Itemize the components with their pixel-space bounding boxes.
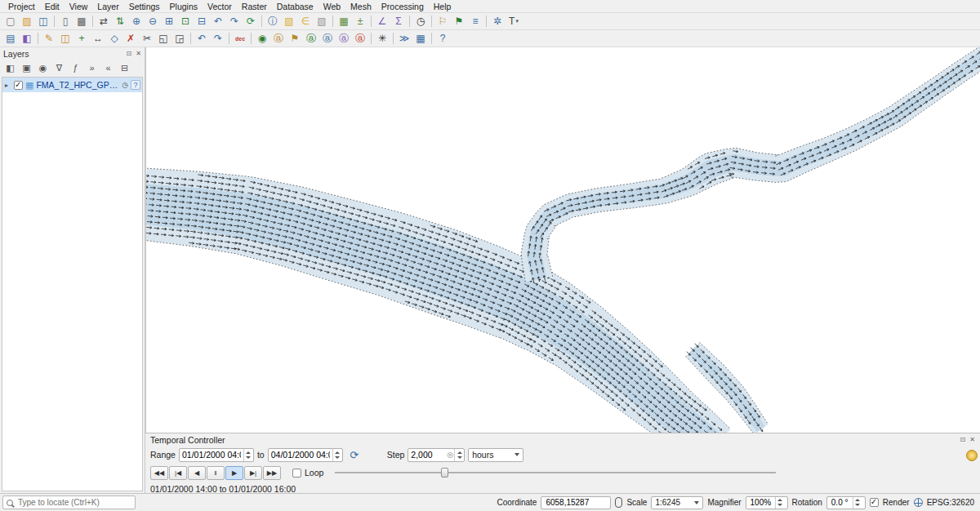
float-panel-icon[interactable]: ⊡ xyxy=(127,50,132,57)
remove-layer-icon[interactable]: ⊟ xyxy=(117,61,132,75)
rotation-input[interactable] xyxy=(830,497,853,508)
loop-checkbox[interactable] xyxy=(292,469,301,478)
crs-globe-icon[interactable] xyxy=(914,498,923,507)
zoom-next-icon[interactable]: ↷ xyxy=(226,14,243,29)
move-feature-icon[interactable]: ↔ xyxy=(90,31,106,47)
select-features-icon[interactable]: ▧ xyxy=(281,14,297,29)
time-slider[interactable] xyxy=(335,466,776,479)
label-show-labels-icon[interactable]: ⓐ xyxy=(270,31,287,47)
layer-row[interactable]: ▸ ▦ FMA_T2_HPC_GPU_PU1_10 ◷ ? xyxy=(2,78,142,92)
pan-to-selection-icon[interactable]: ⇅ xyxy=(112,14,128,29)
menu-plugins[interactable]: Plugins xyxy=(165,1,203,12)
step-unit-combo[interactable]: hours xyxy=(468,448,523,462)
menu-database[interactable]: Database xyxy=(272,1,318,12)
temporal-controller-toggle-icon[interactable]: ◷ xyxy=(412,14,429,29)
label-highlight-icon[interactable]: ⓐ xyxy=(303,31,319,47)
mesh-calculator-icon[interactable]: ▦ xyxy=(412,31,429,47)
python-console-icon[interactable]: ≫ xyxy=(396,31,412,47)
menu-mesh[interactable]: Mesh xyxy=(345,1,376,12)
slider-handle[interactable] xyxy=(441,468,448,478)
scale-combo[interactable]: 1:6245 xyxy=(651,496,703,509)
expander-icon[interactable]: ▸ xyxy=(5,82,11,89)
fast-rewind-button[interactable]: ◀◀ xyxy=(150,466,168,480)
new-project-icon[interactable]: ▢ xyxy=(2,14,19,29)
osm-place-search-icon[interactable]: ◉ xyxy=(254,31,270,47)
menu-raster[interactable]: Raster xyxy=(237,1,272,12)
filter-by-expression-icon[interactable]: ƒ xyxy=(68,61,83,75)
range-start-input[interactable] xyxy=(180,450,243,460)
help-contents-icon[interactable]: ? xyxy=(434,31,451,47)
step-input[interactable] xyxy=(408,450,446,460)
close-panel-icon[interactable]: ✕ xyxy=(136,50,141,57)
field-calculator-icon[interactable]: ± xyxy=(352,14,368,29)
text-annotation-icon[interactable]: T▾ xyxy=(506,14,522,29)
zoom-to-selection-icon[interactable]: ⊡ xyxy=(177,14,194,29)
statistical-summary-icon[interactable]: Σ xyxy=(390,14,407,29)
menu-layer[interactable]: Layer xyxy=(92,1,123,12)
cut-features-icon[interactable]: ✂ xyxy=(139,31,155,47)
label-change-icon[interactable]: ⓐ xyxy=(352,31,368,47)
refresh-range-icon[interactable]: ⟳ xyxy=(346,447,363,462)
pan-map-icon[interactable]: ⇄ xyxy=(96,14,112,29)
locate-input[interactable] xyxy=(16,497,135,508)
deselect-features-icon[interactable]: ▧ xyxy=(314,14,330,29)
crs-code[interactable]: EPSG:32620 xyxy=(927,498,974,507)
new-print-layout-icon[interactable]: ▯ xyxy=(57,14,74,29)
copy-features-icon[interactable]: ◱ xyxy=(155,31,172,47)
step-expression-icon[interactable]: ◎ xyxy=(446,451,454,459)
zoom-full-icon[interactable]: ⊞ xyxy=(161,14,177,29)
save-project-icon[interactable]: ◫ xyxy=(35,14,51,29)
undo-icon[interactable]: ↶ xyxy=(194,31,210,47)
vertex-tool-icon[interactable]: ◇ xyxy=(106,31,122,47)
filter-legend-icon[interactable]: ∇ xyxy=(51,61,67,75)
step-spinner[interactable] xyxy=(454,449,464,461)
select-by-expression-icon[interactable]: ∈ xyxy=(297,14,314,29)
extent-toggle-icon[interactable] xyxy=(615,497,622,508)
collapse-all-icon[interactable]: « xyxy=(100,61,116,75)
toggle-editing-icon[interactable]: ✎ xyxy=(41,31,57,47)
layer-help-indicator[interactable]: ? xyxy=(131,80,140,90)
coordinate-input[interactable] xyxy=(544,497,608,508)
magnifier-input[interactable] xyxy=(749,497,775,508)
quickmapservices-icon[interactable]: ✳ xyxy=(374,31,390,47)
zoom-out-icon[interactable]: ⊖ xyxy=(145,14,161,29)
render-checkbox[interactable] xyxy=(870,498,879,507)
temporal-settings-icon[interactable] xyxy=(966,450,978,461)
data-source-manager-icon[interactable]: ▤ xyxy=(2,31,19,47)
label-move-icon[interactable]: ⓐ xyxy=(319,31,336,47)
play-button[interactable]: ▶ xyxy=(225,466,243,480)
menu-vector[interactable]: Vector xyxy=(203,1,237,12)
save-layer-edits-icon[interactable]: ◫ xyxy=(57,31,74,47)
redo-icon[interactable]: ↷ xyxy=(210,31,226,47)
zoom-last-icon[interactable]: ↶ xyxy=(210,14,226,29)
range-end-input[interactable] xyxy=(269,450,332,460)
range-end-spinner[interactable] xyxy=(332,449,342,461)
menu-edit[interactable]: Edit xyxy=(40,1,65,12)
layer-visibility-checkbox[interactable] xyxy=(14,81,23,90)
manage-map-themes-icon[interactable]: ◉ xyxy=(35,61,51,75)
menu-project[interactable]: Project xyxy=(3,1,40,12)
last-frame-button[interactable]: ▶| xyxy=(244,466,262,480)
open-layer-styling-icon[interactable]: ◧ xyxy=(2,61,18,75)
pause-button[interactable]: ‖ xyxy=(207,466,225,480)
layer-styling-icon[interactable]: ◧ xyxy=(19,31,35,47)
identify-features-icon[interactable]: ⓘ xyxy=(265,14,281,29)
map-canvas[interactable] xyxy=(145,47,980,433)
show-layout-manager-icon[interactable]: ▩ xyxy=(74,14,90,29)
range-start-spinner[interactable] xyxy=(243,449,253,461)
menu-help[interactable]: Help xyxy=(429,1,457,12)
measure-line-icon[interactable]: ∠ xyxy=(374,14,390,29)
open-attribute-table-icon[interactable]: ▦ xyxy=(336,14,352,29)
fast-forward-button[interactable]: ▶▶ xyxy=(263,466,281,480)
expand-all-icon[interactable]: » xyxy=(84,61,100,75)
close-panel-icon[interactable]: ✕ xyxy=(969,436,975,443)
first-frame-button[interactable]: |◀ xyxy=(169,466,187,480)
previous-frame-button[interactable]: ◀ xyxy=(188,466,206,480)
delete-selected-icon[interactable]: ✗ xyxy=(122,31,139,47)
menu-web[interactable]: Web xyxy=(318,1,345,12)
magnifier-spinner[interactable] xyxy=(775,497,785,509)
menu-processing[interactable]: Processing xyxy=(376,1,429,12)
open-project-icon[interactable]: ▨ xyxy=(19,14,35,29)
zoom-to-layer-icon[interactable]: ⊟ xyxy=(194,14,210,29)
processing-toolbox-icon[interactable]: ✲ xyxy=(489,14,506,29)
